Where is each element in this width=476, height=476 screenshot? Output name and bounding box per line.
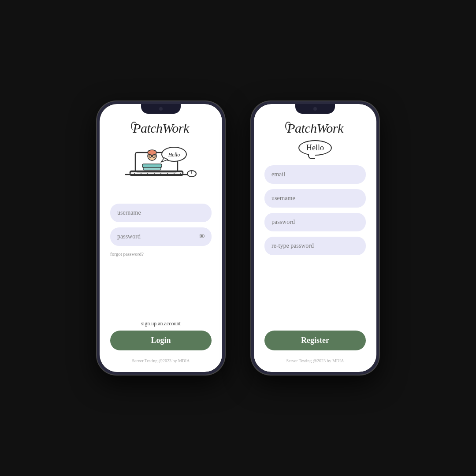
- svg-rect-18: [143, 167, 161, 170]
- login-footer: Server Testing @2023 by MDIA: [132, 355, 190, 363]
- register-notch-camera: [313, 107, 317, 111]
- login-app-title: PatchWork: [133, 121, 189, 135]
- phone-notch: [141, 104, 181, 114]
- register-screen: PatchWork Hello Register Server Testing …: [254, 104, 376, 372]
- login-illustration: Hello: [117, 140, 205, 197]
- login-phone: PatchWork: [97, 101, 225, 375]
- register-username-input[interactable]: [264, 189, 366, 208]
- register-title-curl: [285, 122, 291, 130]
- password-eye-icon[interactable]: 👁: [198, 233, 205, 241]
- login-button[interactable]: Login: [110, 331, 212, 350]
- register-app-title: PatchWork: [287, 121, 343, 135]
- login-password-wrapper: 👁: [110, 227, 212, 246]
- register-phone-notch: [295, 104, 335, 114]
- svg-rect-17: [142, 164, 162, 167]
- register-retype-input[interactable]: [264, 237, 366, 255]
- register-title-wrap: PatchWork: [287, 121, 343, 136]
- login-password-input[interactable]: [110, 227, 212, 246]
- register-button[interactable]: Register: [264, 331, 366, 350]
- register-phone: PatchWork Hello Register Server Testing …: [251, 101, 379, 375]
- register-password-input[interactable]: [264, 213, 366, 231]
- hello-bubble: Hello: [298, 140, 332, 156]
- svg-text:Hello: Hello: [168, 152, 180, 158]
- hello-text: Hello: [306, 143, 324, 152]
- svg-point-13: [148, 150, 156, 155]
- login-username-input[interactable]: [110, 204, 212, 222]
- login-title-wrap: PatchWork: [133, 121, 189, 136]
- signup-link[interactable]: sign up an account: [141, 320, 181, 327]
- login-screen: PatchWork: [100, 104, 222, 372]
- register-footer: Server Testing @2023 by MDIA: [286, 355, 344, 363]
- laptop-svg: Hello: [117, 140, 205, 197]
- register-email-input[interactable]: [264, 165, 366, 184]
- title-curl-decoration: [131, 122, 137, 130]
- forgot-password-link[interactable]: forgot password?: [110, 251, 144, 257]
- notch-camera: [159, 107, 163, 111]
